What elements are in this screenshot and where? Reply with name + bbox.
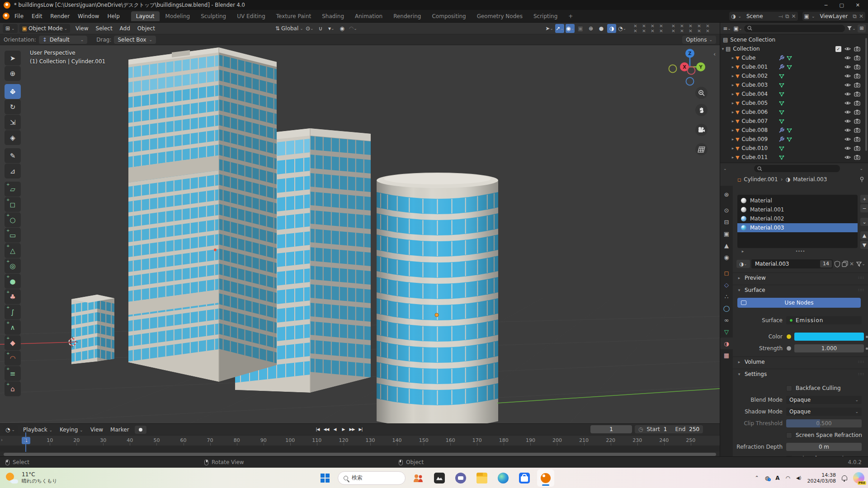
shading-material-preview[interactable]: ◑ — [607, 24, 616, 33]
add-icosphere-button[interactable]: ●+ — [5, 274, 21, 289]
tool-cursor-button[interactable]: ⊕ — [5, 66, 21, 81]
disclosure-icon[interactable]: ▸ — [730, 56, 736, 60]
shadow-mode-dropdown[interactable]: Opaque⌄ — [786, 408, 862, 416]
tab-scene[interactable]: ▲ — [720, 239, 733, 251]
new-collection-button[interactable]: ⊞ — [858, 24, 866, 33]
material-slot[interactable]: Material — [737, 196, 858, 205]
refraction-depth-field[interactable]: 0 m — [786, 443, 862, 451]
collection-checkbox[interactable]: ✓ — [835, 46, 841, 52]
wifi-icon[interactable]: ◠ — [786, 475, 790, 481]
viewport-menu-view[interactable]: View — [72, 24, 92, 33]
tab-output[interactable]: ⊟ — [720, 216, 733, 228]
add-circle-button[interactable]: ○+ — [5, 212, 21, 227]
proportional-editing-toggle[interactable]: ◉ — [338, 24, 347, 33]
overlays-toggle[interactable]: ◉⌄ — [566, 24, 575, 33]
eye-icon[interactable] — [844, 100, 851, 106]
tab-shading[interactable]: Shading — [317, 11, 349, 21]
scene-selector[interactable]: ◑⌄ Scene ⟞ ⧉ ✕ — [729, 12, 798, 21]
add-rainbow-button[interactable]: ◠+ — [5, 351, 21, 366]
explorer-app-button[interactable] — [473, 469, 491, 487]
close-icon[interactable]: ✕ — [791, 13, 796, 19]
outliner-object-row[interactable]: ▸▼Cube.009 — [720, 135, 865, 144]
scene-collection-row[interactable]: ▤Scene Collection — [720, 35, 865, 44]
editor-type-button[interactable]: ⊞⌄ — [3, 24, 18, 33]
camera-icon[interactable] — [854, 55, 860, 61]
breadcrumb-object[interactable]: Cylinder.001 — [744, 176, 778, 183]
camera-icon[interactable] — [854, 118, 860, 124]
color-socket-icon[interactable] — [786, 334, 792, 339]
tab-sculpting[interactable]: Sculpting — [196, 11, 231, 21]
eye-icon[interactable] — [844, 118, 851, 124]
volume-icon[interactable]: ◀⟩ — [796, 475, 802, 480]
shading-wireframe[interactable]: ⊕ — [586, 24, 595, 33]
gizmos-toggle[interactable]: ↗⌄ — [555, 24, 564, 33]
weather-widget[interactable]: 11°C晴れのちくもり — [0, 471, 57, 484]
add-fence-button[interactable]: ≡+ — [5, 366, 21, 381]
eye-icon[interactable] — [844, 55, 851, 61]
tool-measure-button[interactable]: ⊿ — [5, 164, 21, 178]
camera-icon[interactable] — [854, 136, 860, 142]
pan-hand-button[interactable] — [695, 104, 708, 116]
mode-dropdown[interactable]: ▣Object Mode⌄ — [19, 24, 70, 33]
remove-slot-button[interactable]: − — [860, 204, 868, 212]
viewlayer-selector[interactable]: ▣⌄ ViewLayer ⧉ ✕ — [802, 12, 865, 21]
edge-app-button[interactable] — [495, 469, 512, 487]
properties-options-icon[interactable]: ⌄ — [859, 166, 863, 171]
surface-shader-dropdown[interactable]: Emission — [786, 316, 862, 324]
material-slot[interactable]: Material.003 — [737, 223, 858, 232]
add-curve-button[interactable]: ∫+ — [5, 305, 21, 319]
strength-socket-icon[interactable] — [786, 346, 792, 351]
disclosure-icon[interactable]: ▸ — [730, 101, 736, 105]
slot-specials-button[interactable]: ⌄ — [860, 218, 868, 226]
camera-icon[interactable] — [854, 100, 860, 106]
blender-app-button[interactable] — [537, 469, 554, 487]
pin-icon[interactable]: ⟞ — [778, 13, 783, 19]
clock-widget[interactable]: 14:38 2024/03/08 — [807, 472, 836, 484]
play-button[interactable]: ▶ — [340, 425, 347, 433]
backface-checkbox[interactable] — [786, 385, 792, 391]
add-torus-button[interactable]: ◎+ — [5, 258, 21, 273]
add-mountain-button[interactable]: ∧+ — [5, 320, 21, 335]
disclosure-icon[interactable]: ▾ — [720, 47, 726, 51]
disclosure-icon[interactable]: ▸ — [730, 137, 736, 141]
tab-view-layer[interactable]: ▣ — [720, 228, 733, 239]
add-plane-button[interactable]: ▱+ — [5, 182, 21, 197]
settings-panel-header[interactable]: ▾Settings∷∷ — [733, 369, 868, 379]
timeline-ruler[interactable]: 1 10203040506070809010011012013014015016… — [0, 435, 720, 446]
ime-indicator[interactable]: A — [775, 475, 779, 481]
proportional-falloff-dropdown[interactable]: ◠⌄ — [349, 24, 358, 33]
material-slots-list[interactable]: MaterialMaterial.001Material.002Material… — [737, 195, 858, 248]
playhead-line[interactable] — [25, 432, 26, 452]
options-button[interactable]: Options⌄ — [682, 36, 716, 44]
tab-data[interactable]: ▽ — [720, 326, 733, 338]
menu-window[interactable]: Window — [74, 11, 103, 21]
blender-menu-icon[interactable] — [3, 13, 9, 19]
start-value[interactable]: 1 — [664, 426, 667, 432]
collapse-panel-arrow[interactable]: ‹ — [713, 51, 716, 57]
menu-edit[interactable]: Edit — [28, 11, 46, 21]
transform-pivot-dropdown[interactable]: ⊙⌄ — [305, 24, 314, 33]
timeline-menu-keying[interactable]: Keying ⌄ — [56, 425, 87, 434]
tab-physics[interactable]: ◯ — [720, 302, 733, 314]
tab-material[interactable]: ◑ — [720, 338, 733, 349]
show-gizmo-dropdown[interactable]: ➤⌄ — [545, 24, 554, 33]
viewport-menu-add[interactable]: Add — [116, 24, 134, 33]
tool-select-box-button[interactable]: ➤ — [5, 51, 21, 66]
disclosure-icon[interactable]: ▸ — [730, 146, 736, 150]
prev-keyframe-button[interactable]: ◀◀ — [322, 425, 330, 433]
auto-keying-button[interactable] — [135, 426, 146, 434]
tab-rendering[interactable]: Rendering — [388, 11, 426, 21]
camera-icon[interactable] — [854, 109, 860, 115]
timeline-expand-arrow[interactable]: › — [1, 437, 3, 442]
strength-slider[interactable]: 1.000 — [794, 344, 864, 352]
disclosure-icon[interactable]: ▸ — [730, 74, 736, 78]
orientation-dropdown[interactable]: ↕Default⌄ — [39, 36, 87, 44]
tray-chevron-icon[interactable]: ⌃ — [755, 475, 759, 481]
properties-editor-icon[interactable]: ⌄ — [723, 166, 727, 171]
outliner-object-row[interactable]: ▸▼Cube.008 — [720, 126, 865, 135]
material-name-field[interactable]: Material.003 14 — [751, 259, 833, 268]
material-filter-dropdown[interactable]: ⌄ — [856, 259, 865, 268]
disclosure-icon[interactable]: ▸ — [730, 155, 736, 160]
outliner-object-row[interactable]: ▸▼Cube.005 — [720, 99, 865, 108]
tool-transform-button[interactable]: ◈ — [5, 130, 21, 145]
